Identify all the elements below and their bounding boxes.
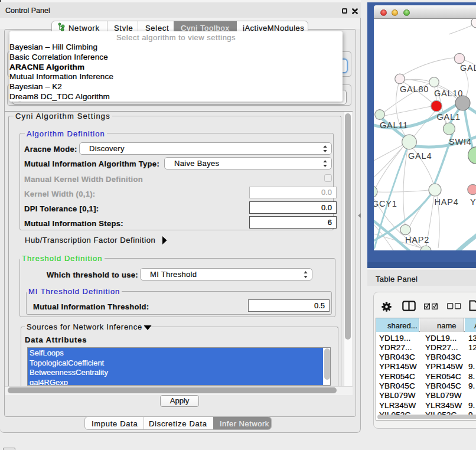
svg-text:HAP2: HAP2	[405, 235, 429, 244]
svg-text:GCY1: GCY1	[374, 199, 397, 208]
svg-text:SWI4: SWI4	[449, 137, 472, 146]
svg-text:GAL2: GAL2	[460, 63, 476, 73]
svg-text:YD: YD	[470, 197, 476, 207]
svg-text:GAL11: GAL11	[380, 120, 408, 130]
svg-text:GAL1: GAL1	[437, 112, 461, 122]
svg-text:GAL4: GAL4	[408, 151, 432, 161]
svg-text:HAP4: HAP4	[435, 197, 459, 207]
svg-text:GAL10: GAL10	[434, 89, 463, 98]
svg-text:GAL80: GAL80	[400, 84, 429, 94]
